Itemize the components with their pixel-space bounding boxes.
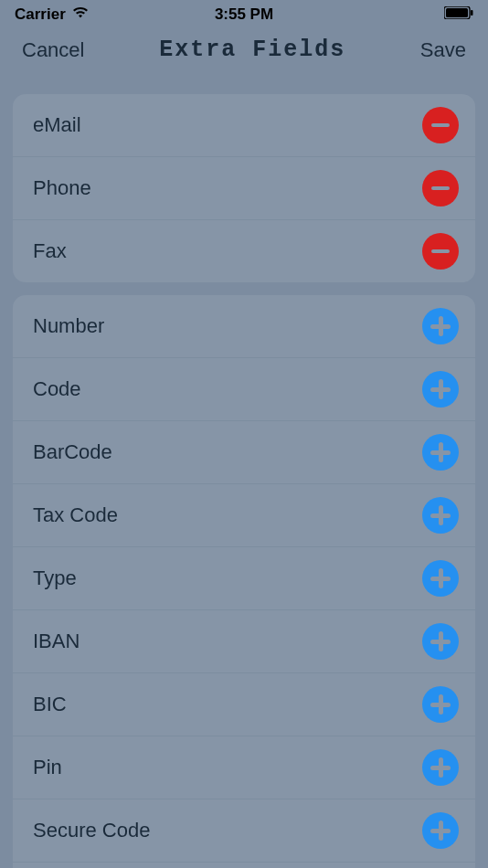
available-field-item[interactable]: Type [13,547,475,610]
plus-icon [430,757,451,778]
add-button[interactable] [422,434,459,471]
plus-icon [430,379,451,399]
save-button[interactable]: Save [420,38,466,62]
field-label: Type [33,566,77,590]
status-bar: Carrier 3:55 PM [0,0,488,26]
add-button[interactable] [422,812,459,849]
available-field-item[interactable]: Pin [13,736,475,799]
field-label: Pin [33,756,62,779]
available-field-item[interactable]: Code [13,358,475,421]
add-button[interactable] [422,686,459,723]
plus-icon [430,505,451,525]
add-button[interactable] [422,623,459,660]
plus-icon [430,568,451,588]
add-button[interactable] [422,308,459,344]
available-field-item[interactable]: Number [13,295,475,358]
svg-rect-2 [471,10,473,16]
available-field-item[interactable]: IBAN [13,610,475,673]
status-right [444,5,473,24]
field-label: IBAN [33,630,80,653]
field-label: BIC [33,693,67,716]
plus-icon [430,631,451,651]
add-button[interactable] [422,371,459,408]
active-field-item[interactable]: eMail [13,94,475,157]
available-fields-group: Number Code BarCode Tax Code Type IBAN [13,295,475,868]
active-field-item[interactable]: Phone [13,157,475,220]
field-label: Secure Code [33,819,150,842]
add-button[interactable] [422,560,459,597]
remove-button[interactable] [422,107,459,143]
available-field-item[interactable]: BarCode [13,421,475,484]
battery-icon [444,5,473,24]
plus-icon [430,316,451,336]
plus-icon [430,442,451,462]
nav-bar: Cancel Extra Fields Save [0,26,488,81]
field-label: Number [33,314,104,338]
page-title: Extra Fields [159,37,345,63]
remove-button[interactable] [422,233,459,270]
status-left: Carrier [15,5,90,24]
active-field-item[interactable]: Fax [13,220,475,282]
available-field-item[interactable]: Tax Code [13,484,475,547]
available-field-item[interactable]: Secure Code [13,799,475,863]
svg-rect-1 [446,8,468,17]
plus-icon [430,694,451,715]
status-time: 3:55 PM [215,5,273,24]
field-label: Phone [33,176,91,200]
field-label: Fax [33,239,67,263]
available-field-item[interactable]: BIC [13,673,475,736]
active-fields-group: eMail Phone Fax [13,94,475,282]
add-button[interactable] [422,497,459,534]
wifi-icon [71,5,90,24]
plus-icon [430,820,451,841]
cancel-button[interactable]: Cancel [22,38,84,62]
minus-icon [431,249,450,253]
carrier-label: Carrier [15,5,66,24]
field-label: Tax Code [33,503,118,527]
field-label: eMail [33,113,81,137]
minus-icon [431,186,450,190]
field-label: BarCode [33,440,112,464]
remove-button[interactable] [422,170,459,206]
minus-icon [431,123,450,127]
field-label: Code [33,377,81,401]
add-button[interactable] [422,749,459,786]
available-field-item[interactable]: Puk [13,863,475,868]
